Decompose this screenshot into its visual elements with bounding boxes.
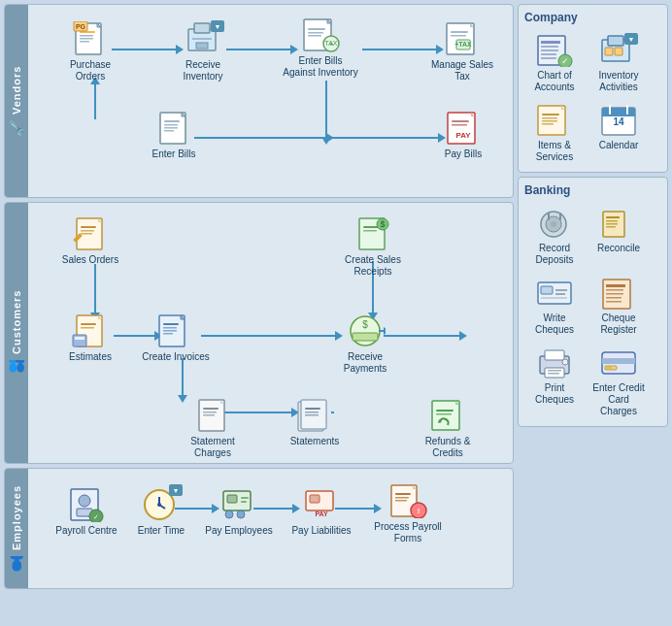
rp-svg: $ (345, 313, 386, 348)
eb-svg (154, 111, 193, 146)
receive-inventory-label: Receive Inventory (168, 59, 238, 82)
est-svg (71, 313, 110, 348)
po-svg: PG (72, 21, 109, 56)
inventory-activities-label: Inventory Activities (591, 70, 646, 93)
banking-section: Banking Record Deposits (518, 177, 668, 427)
arrow-ci-sc (182, 358, 184, 397)
receive-inventory-icon: ▼ (182, 20, 224, 57)
pay-employees-label: Pay Employees (205, 525, 272, 537)
svg-text:PG: PG (76, 23, 86, 30)
enter-credit-card-icon (599, 346, 638, 380)
payroll-centre-item[interactable]: ✓ Payroll Centre (51, 486, 121, 537)
banking-icons-grid: Record Deposits Reconcile (524, 203, 661, 420)
enter-bills-icon (152, 110, 195, 147)
record-deposits-item[interactable]: Record Deposits (524, 203, 585, 269)
refunds-credits-item[interactable]: Refunds & Credits (413, 397, 483, 459)
pay-bills-item[interactable]: PAY Pay Bills (428, 110, 498, 160)
process-payroll-label: Process Payroll Forms (370, 521, 446, 544)
enter-bills-item[interactable]: Enter Bills (139, 110, 209, 160)
receive-payments-item[interactable]: $ Receive Payments (330, 313, 400, 375)
pay-bills-icon: PAY (442, 110, 485, 147)
pay-liabilities-icon: PAY (300, 486, 343, 523)
so-svg (71, 216, 110, 251)
statement-charges-item[interactable]: Statement Charges (175, 397, 251, 459)
chart-of-accounts-label: Chart of Accounts (527, 70, 582, 93)
svg-rect-4 (80, 35, 93, 37)
svg-rect-99 (241, 501, 247, 503)
svg-rect-64 (163, 333, 173, 335)
svg-text:!: ! (418, 507, 420, 515)
purchase-orders-item[interactable]: PG Purchase Orders (55, 20, 125, 82)
svg-rect-37 (452, 120, 469, 122)
svg-rect-74 (203, 414, 215, 416)
statements-item[interactable]: Statements (280, 397, 350, 447)
customers-flow: Sales Orders $ (34, 211, 507, 455)
svg-rect-79 (305, 414, 319, 416)
svg-rect-82 (432, 401, 459, 430)
print-cheques-icon (535, 346, 574, 380)
svg-rect-126 (542, 114, 559, 115)
cheque-register-icon (599, 276, 638, 311)
pay-employees-item[interactable]: Pay Employees (204, 486, 274, 537)
arrow-eb-right (194, 137, 328, 139)
svg-rect-5 (80, 38, 93, 40)
svg-rect-62 (163, 327, 177, 329)
process-payroll-item[interactable]: ! Process Payroll Forms (370, 482, 446, 544)
svg-rect-38 (452, 124, 467, 126)
chart-of-accounts-item[interactable]: ✓ Chart of Accounts (524, 30, 585, 96)
enter-bills-inventory-label: Enter Bills Against Inventory (282, 55, 359, 79)
wc-svg (536, 277, 573, 310)
calendar-label: Calendar (599, 140, 639, 151)
receive-payments-icon: $ (344, 313, 386, 349)
svg-rect-145 (606, 226, 616, 228)
svg-rect-142 (606, 216, 620, 218)
svg-rect-34 (164, 130, 174, 132)
customers-tab: 👥 Customers (5, 203, 28, 463)
ia-dropdown[interactable]: ▼ (624, 33, 638, 45)
svg-rect-127 (542, 117, 557, 119)
svg-rect-77 (305, 408, 320, 410)
print-cheques-label: Print Cheques (527, 382, 582, 406)
svg-rect-98 (241, 497, 249, 499)
banking-title: Banking (524, 183, 661, 197)
svg-point-101 (237, 511, 245, 518)
create-invoices-item[interactable]: Create Invoices (141, 313, 211, 363)
items-services-item[interactable]: Items & Services (524, 100, 585, 166)
create-sales-receipts-item[interactable]: $ Create Sales Receipts (335, 215, 411, 278)
svg-rect-72 (203, 408, 218, 410)
write-cheques-item[interactable]: Write Cheques (524, 273, 585, 339)
ri-dropdown[interactable]: ▼ (211, 20, 224, 32)
svg-point-95 (157, 503, 161, 507)
statements-label: Statements (290, 436, 340, 447)
mst-svg: +TAX (443, 21, 482, 56)
sales-orders-label: Sales Orders (62, 254, 118, 266)
sales-orders-item[interactable]: Sales Orders (55, 215, 125, 266)
svg-rect-140 (559, 213, 561, 220)
svg-rect-12 (196, 43, 208, 49)
inventory-activities-item[interactable]: ▼ Inventory Activities (588, 30, 649, 96)
pay-liabilities-label: Pay Liabilities (291, 525, 351, 537)
receive-inventory-item[interactable]: ▼ Receive Inventory (168, 20, 238, 82)
items-services-icon (535, 103, 574, 138)
enter-bills-inventory-item[interactable]: + TAX Enter Bills Against Inventory (282, 16, 359, 79)
et-dropdown[interactable]: ▼ (169, 484, 183, 496)
svg-rect-103 (310, 495, 319, 503)
cheque-register-item[interactable]: Cheque Register (588, 273, 649, 339)
svg-point-160 (562, 359, 568, 365)
reconcile-item[interactable]: Reconcile (588, 203, 649, 269)
ppf-svg: ! (387, 483, 428, 518)
cheque-register-label: Cheque Register (591, 313, 646, 336)
pay-liabilities-item[interactable]: PAY Pay Liabilities (286, 486, 356, 537)
calendar-icon: 14 (599, 103, 638, 138)
enter-time-item[interactable]: ▼ Enter Time (126, 486, 196, 537)
print-cheques-item[interactable]: Print Cheques (524, 343, 585, 420)
enter-credit-card-item[interactable]: Enter Credit Card Charges (588, 343, 649, 420)
pl-svg: PAY (302, 487, 341, 522)
svg-text:PAY: PAY (315, 511, 328, 517)
purchase-orders-icon: PG (69, 20, 112, 57)
calendar-item[interactable]: 14 Calendar (588, 100, 649, 166)
manage-sales-tax-item[interactable]: +TAX Manage Sales Tax (427, 20, 497, 82)
cr-svg (600, 277, 637, 310)
estimates-item[interactable]: Estimates (55, 313, 125, 363)
employees-tab: 👤 Employees (5, 469, 28, 588)
